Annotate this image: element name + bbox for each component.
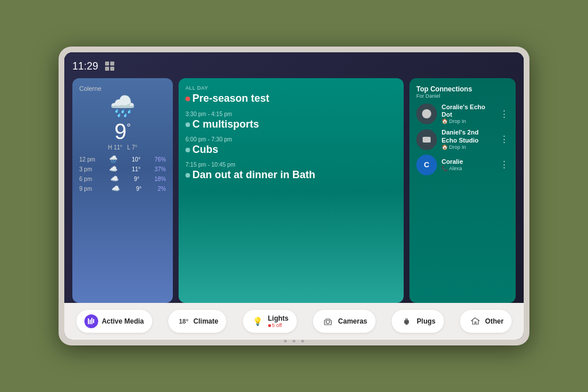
svg-point-0 xyxy=(422,109,431,118)
connection-action-3: 📞 Alexa xyxy=(442,166,495,171)
connection-action-1: 🏠 Drop In xyxy=(442,118,495,124)
connection-info-3: Coralie 📞 Alexa xyxy=(442,158,495,171)
active-media-text: Active Media xyxy=(102,317,144,325)
lights-icon: 💡 xyxy=(251,314,265,328)
svg-rect-4 xyxy=(91,318,92,324)
cal-event-2-title: C multisports xyxy=(185,118,397,130)
forecast-row-4: 9 pm ☁️ 9° 2% xyxy=(79,185,166,193)
weather-temperature: 9° xyxy=(79,120,166,144)
plugs-text: Plugs xyxy=(417,317,436,325)
cal-dot-red xyxy=(185,97,190,101)
lights-sublabel: 5 off xyxy=(268,322,289,328)
forecast-row-1: 12 pm 🌧️ 10° 76% xyxy=(79,155,166,163)
cal-dot-teal-2 xyxy=(185,148,190,152)
cal-event-2: 3:30 pm - 4:15 pm C multisports xyxy=(185,111,397,130)
connection-avatar-3: C xyxy=(416,155,437,175)
other-button[interactable]: Other xyxy=(460,310,512,333)
cal-dot-teal-1 xyxy=(185,122,190,127)
svg-rect-5 xyxy=(93,319,94,323)
connections-card[interactable]: Top Connections For Daniel Coralie's Ech… xyxy=(409,78,516,303)
connections-subtitle: For Daniel xyxy=(416,93,509,99)
cameras-button[interactable]: Cameras xyxy=(313,310,376,333)
cal-event-1: Pre-season test xyxy=(185,93,397,105)
climate-label: Climate xyxy=(194,317,218,325)
connection-avatar-1 xyxy=(416,103,437,124)
svg-rect-3 xyxy=(90,320,91,324)
svg-rect-10 xyxy=(405,324,408,325)
forecast-row-2: 3 pm ☁️ 11° 37% xyxy=(79,165,166,173)
climate-text: Climate xyxy=(194,317,218,325)
active-media-label: Active Media xyxy=(102,317,144,325)
cal-event-4-time: 7:15 pm - 10:45 pm xyxy=(185,162,397,168)
lights-status-dot xyxy=(268,324,271,327)
weather-forecast-rows: 12 pm 🌧️ 10° 76% 3 pm ☁️ 11° 37% 6 xyxy=(79,155,166,193)
cal-event-3: 6:00 pm - 7:30 pm Cubs xyxy=(185,136,397,156)
indicator-dot-3 xyxy=(301,340,304,343)
svg-rect-9 xyxy=(407,318,408,320)
connection-more-1[interactable]: ⋮ xyxy=(500,109,509,120)
cal-event-4-title: Dan out at dinner in Bath xyxy=(185,169,397,181)
weather-icon: 🌧️ xyxy=(79,94,166,118)
cal-event-2-time: 3:30 pm - 4:15 pm xyxy=(185,111,397,117)
connection-more-2[interactable]: ⋮ xyxy=(500,134,509,145)
connection-name-2: Daniel's 2nd Echo Studio xyxy=(442,129,495,144)
weather-location: Colerne xyxy=(79,85,166,92)
plugs-button[interactable]: Plugs xyxy=(392,310,444,333)
cal-dot-teal-3 xyxy=(185,173,190,178)
cameras-label: Cameras xyxy=(338,317,368,325)
climate-button[interactable]: 18° Climate xyxy=(168,310,226,333)
lights-label: Lights xyxy=(268,314,289,322)
active-media-icon xyxy=(84,314,98,328)
lights-text: Lights 5 off xyxy=(268,314,289,328)
calendar-card[interactable]: All day Pre-season test 3:30 pm - 4:15 p… xyxy=(179,78,404,303)
weather-highlow: H 11° L 7° xyxy=(79,144,166,151)
echo-show-device: 11:29 Colerne 🌧️ 9° H 11° L 7° xyxy=(59,47,529,345)
device-screen: 11:29 Colerne 🌧️ 9° H 11° L 7° xyxy=(64,52,524,340)
other-text: Other xyxy=(485,317,504,325)
indicator-dot-1 xyxy=(284,340,287,343)
clock-display: 11:29 xyxy=(72,60,98,72)
connection-name-3: Coralie xyxy=(442,158,495,166)
connection-info-2: Daniel's 2nd Echo Studio 🏠 Drop In xyxy=(442,129,495,149)
active-media-button[interactable]: Active Media xyxy=(76,310,152,333)
cal-event-3-title: Cubs xyxy=(185,144,397,156)
svg-point-6 xyxy=(326,320,330,324)
connection-name-1: Coralie's Echo Dot xyxy=(442,103,495,118)
time-bar: 11:29 xyxy=(72,60,516,72)
cal-event-3-time: 6:00 pm - 7:30 pm xyxy=(185,136,397,143)
other-label: Other xyxy=(485,317,504,325)
cards-area: Colerne 🌧️ 9° H 11° L 7° 12 pm 🌧️ 10° xyxy=(72,78,516,303)
other-icon xyxy=(468,314,482,328)
weather-card[interactable]: Colerne 🌧️ 9° H 11° L 7° 12 pm 🌧️ 10° xyxy=(72,78,173,303)
connection-more-3[interactable]: ⋮ xyxy=(500,159,509,170)
connections-title: Top Connections xyxy=(416,85,509,93)
lights-button[interactable]: 💡 Lights 5 off xyxy=(243,310,297,333)
svg-rect-7 xyxy=(404,320,409,324)
plugs-icon xyxy=(400,314,413,328)
svg-rect-8 xyxy=(405,318,407,320)
grid-icon xyxy=(105,62,115,72)
connection-item-3[interactable]: C Coralie 📞 Alexa ⋮ xyxy=(416,155,509,175)
cal-event-4: 7:15 pm - 10:45 pm Dan out at dinner in … xyxy=(185,162,397,181)
plugs-label: Plugs xyxy=(417,317,436,325)
cal-event-1-title: Pre-season test xyxy=(185,93,397,105)
connection-item-1[interactable]: Coralie's Echo Dot 🏠 Drop In ⋮ xyxy=(416,103,509,124)
forecast-row-3: 6 pm ☁️ 9° 18% xyxy=(79,175,166,183)
device-indicator-dots xyxy=(284,340,304,343)
connection-action-2: 🏠 Drop In xyxy=(442,144,495,150)
smart-home-toolbar: Active Media 18° Climate 💡 Lights 5 off xyxy=(64,303,524,340)
indicator-dot-2 xyxy=(293,340,296,343)
climate-icon: 18° xyxy=(176,314,190,328)
connection-info-1: Coralie's Echo Dot 🏠 Drop In xyxy=(442,103,495,124)
connection-avatar-2 xyxy=(416,129,437,150)
cal-all-day-label: All day xyxy=(185,85,397,91)
connection-item-2[interactable]: Daniel's 2nd Echo Studio 🏠 Drop In ⋮ xyxy=(416,129,509,149)
cameras-text: Cameras xyxy=(338,317,368,325)
svg-rect-1 xyxy=(423,137,431,143)
main-content-area: 11:29 Colerne 🌧️ 9° H 11° L 7° xyxy=(64,52,524,303)
cameras-icon xyxy=(321,314,335,328)
svg-rect-2 xyxy=(88,318,89,324)
